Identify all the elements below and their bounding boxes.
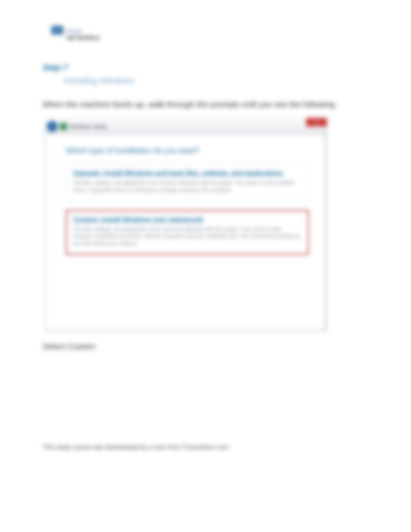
option-custom[interactable]: Custom: Install Windows only (advanced) … [66,210,309,255]
option-custom-title: Custom: Install Windows only (advanced) [73,216,301,223]
dialog-heading: Which type of installation do you want? [66,146,309,155]
step-label: Step 7 [43,63,411,73]
option-upgrade-title: Upgrade: Install Windows and keep files,… [73,169,301,177]
option-upgrade[interactable]: Upgrade: Install Windows and keep files,… [66,164,309,201]
step-subtitle: Installing Windows [64,76,411,86]
instruction-select-custom: Select Custom [43,342,411,351]
option-custom-desc: The files, settings, and applications ar… [73,226,301,247]
logo-text-bottom: NETWORKS [67,35,100,41]
logo-text-top: Cisco [67,28,100,34]
close-button[interactable]: ✕ [306,118,327,126]
dialog-titlebar: ← Windows Setup ✕ [45,119,325,134]
windows-setup-dialog: ← Windows Setup ✕ Which type of installa… [44,118,326,330]
back-button[interactable]: ← [47,121,58,132]
dialog-title: Windows Setup [69,123,107,130]
intro-text: When the machine boots up, walk through … [43,100,411,109]
dialog-body: Which type of installation do you want? … [45,135,325,331]
footer-attribution: This study source was downloaded by a us… [43,444,229,451]
arrow-left-icon: ← [49,123,55,130]
logo-text: Cisco NETWORKS [67,28,100,41]
option-upgrade-desc: The files, settings, and applications ar… [73,179,301,194]
brand-logo: Cisco NETWORKS [51,26,411,41]
logo-mark-icon [51,26,63,35]
setup-icon [60,123,67,130]
close-icon: ✕ [315,119,319,125]
